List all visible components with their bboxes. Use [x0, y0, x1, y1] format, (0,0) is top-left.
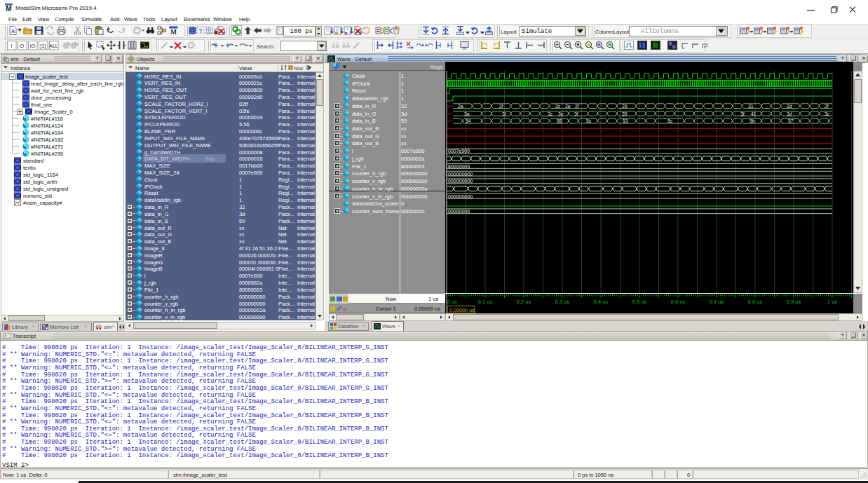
svg-text:3f: 3f [740, 111, 745, 116]
svg-text:0 us: 0 us [447, 299, 457, 305]
svg-text:2f: 2f [825, 104, 829, 109]
svg-text:3c: 3c [825, 111, 830, 116]
svg-text:0.7 us: 0.7 us [710, 299, 724, 305]
svg-text:41: 41 [751, 111, 757, 116]
svg-text:2f: 2f [499, 104, 503, 109]
svg-text:80000003: 80000003 [448, 164, 470, 169]
svg-text:3f: 3f [574, 111, 578, 116]
svg-text:M: M [170, 29, 177, 36]
svg-text:0.6 us: 0.6 us [671, 299, 686, 305]
svg-text:1 us: 1 us [827, 299, 837, 305]
svg-text:58: 58 [557, 118, 562, 123]
svg-text:5c: 5c [586, 118, 592, 123]
svg-text:0.1 us: 0.1 us [478, 299, 493, 305]
svg-text:0.00000 us: 0.00000 us [449, 307, 475, 313]
svg-text:39: 39 [622, 111, 628, 116]
svg-text:000000000: 000000000 [448, 194, 473, 199]
svg-text:2a: 2a [458, 104, 463, 109]
svg-text:0.9 us: 0.9 us [787, 299, 801, 305]
svg-text:0.4 us: 0.4 us [594, 299, 609, 305]
svg-text:0.5 us: 0.5 us [632, 299, 647, 305]
svg-text:57: 57 [788, 118, 794, 123]
svg-text:3a: 3a [464, 111, 470, 116]
svg-text:53: 53 [623, 118, 628, 123]
svg-text:00000000: 00000000 [448, 209, 470, 214]
svg-text:29: 29 [622, 104, 628, 109]
svg-text:3c: 3c [548, 111, 553, 116]
svg-text:0.3 us: 0.3 us [555, 299, 570, 305]
svg-text:S: S [343, 306, 346, 312]
svg-text:54: 54 [466, 118, 471, 123]
svg-text:ALL: ALL [49, 43, 58, 48]
svg-text:2d: 2d [787, 104, 792, 109]
svg-text:I: I [11, 43, 13, 48]
svg-text:3e: 3e [558, 111, 564, 116]
svg-text:Now: Now [294, 66, 303, 71]
svg-text:2e: 2e [565, 104, 571, 109]
svg-text:0.8 us: 0.8 us [748, 299, 763, 305]
svg-text:5b: 5b [750, 118, 755, 123]
svg-text:2c: 2c [555, 104, 561, 109]
svg-text:O: O [20, 43, 25, 48]
svg-text:3d: 3d [787, 111, 792, 116]
svg-text:2f: 2f [575, 104, 579, 109]
svg-text:0007e900: 0007e900 [448, 149, 470, 154]
svg-text:5c: 5c [667, 118, 673, 123]
svg-text:IO: IO [30, 43, 36, 48]
svg-text:M: M [6, 5, 11, 12]
svg-text:000000000: 000000000 [448, 179, 473, 184]
svg-text:[1]: [1] [41, 43, 46, 49]
svg-text:?: ? [198, 27, 203, 34]
svg-text:3f: 3f [502, 111, 506, 116]
svg-text:A: A [11, 29, 15, 34]
svg-text:0.2 us: 0.2 us [517, 299, 531, 305]
svg-text:000000000: 000000000 [448, 172, 473, 177]
svg-text:31: 31 [748, 104, 754, 109]
